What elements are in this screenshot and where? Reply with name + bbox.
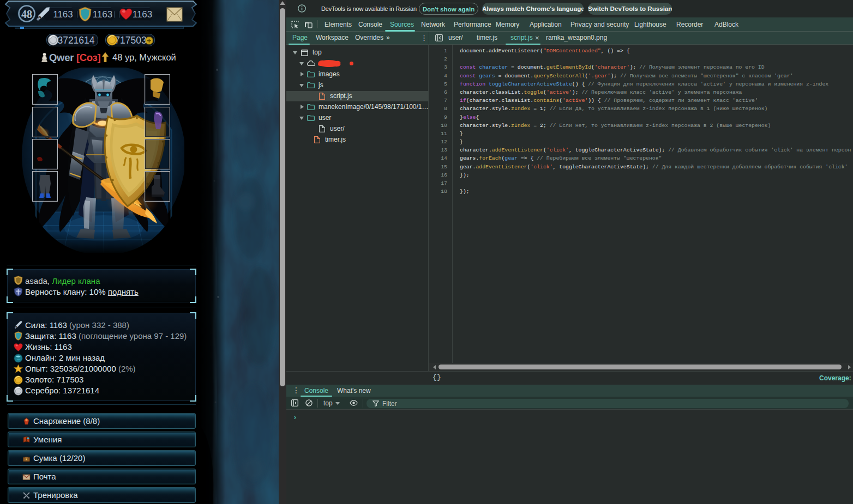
svg-text:48: 48 — [21, 8, 32, 20]
